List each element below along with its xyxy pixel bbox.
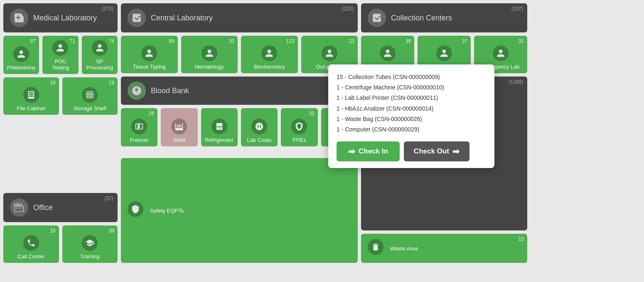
phlebotomy-label: Phlebotomy: [7, 64, 36, 71]
outpatient-center-icon: [322, 45, 337, 61]
central-lab-count: (225): [342, 6, 354, 12]
central-lab-row2: 26 Freezer Shelf Refrigerator: [121, 108, 358, 146]
collection-centers-icon: [368, 9, 386, 27]
biochemistry-tile[interactable]: 123 Biochemistry: [241, 36, 298, 73]
poc-count: 71: [69, 38, 75, 44]
popup-item-5: 1 - Waste Bag (CSN-000000026): [337, 114, 486, 124]
refrigerator-icon: [211, 119, 227, 134]
popup-actions: ➡ Check In Check Out ➡: [337, 141, 486, 161]
central-lab-row1: 59 Tissue Typing 20 Hematology 123 Bioch…: [121, 36, 358, 73]
poc-icon: [52, 40, 68, 56]
file-cabinet-label: File Cabinet: [17, 105, 45, 111]
safety-label: Safety EQPTs: [150, 208, 184, 214]
file-cabinet-icon: [23, 87, 39, 103]
call-center-count: 18: [50, 228, 55, 234]
checkin-label: Check In: [359, 147, 388, 156]
outpatient-cc-icon: [380, 45, 396, 61]
blood-bank-header: Blood Bank: [121, 77, 358, 105]
tissue-typing-tile[interactable]: 59 Tissue Typing: [121, 36, 178, 73]
medical-lab-title: Medical Laboratory: [33, 14, 97, 22]
refrigerator-tile[interactable]: Refrigerator: [201, 108, 238, 146]
collection-centers-count: (107): [511, 6, 523, 12]
sp-processing-tile[interactable]: 74 SP Processing: [82, 36, 118, 74]
ppes-tile[interactable]: 20 PPEs: [281, 108, 317, 146]
central-lab-title: Central Laboratory: [151, 14, 213, 22]
office-icon: [10, 198, 28, 217]
ppes-icon: [291, 119, 307, 134]
call-center-label: Call Center: [17, 253, 44, 260]
inpatient-cc-icon: [436, 45, 452, 61]
tissue-icon: [141, 45, 157, 61]
waste-area-tile[interactable]: 15 Waste Area: [361, 234, 527, 263]
office-tiles: 18 Call Center 39 Training: [3, 225, 118, 263]
waste-count: 15: [519, 236, 524, 242]
ppes-label: PPEs: [293, 137, 306, 143]
popup-item-2: 1 - Centrifuge Machine (CSN-000000010): [337, 82, 486, 93]
waste-icon: [368, 239, 383, 255]
freezer-tile[interactable]: 26 Freezer: [121, 108, 157, 146]
office-header: Office (57): [3, 193, 118, 222]
central-lab-header: Central Laboratory (225): [121, 3, 358, 32]
popup-item-4: 1 - HbA1c Analizer (CSN-000000014): [337, 104, 486, 114]
blood-bank-title: Blood Bank: [151, 87, 189, 95]
shelf-icon: [171, 119, 187, 134]
safety-tile[interactable]: 34 Safety EQPTs: [121, 158, 358, 263]
popup-item-6: 1 - Computer (CSN-000000029): [337, 124, 486, 135]
medical-lab-count: (270): [102, 6, 113, 12]
outpatient-cc-count: 39: [406, 38, 411, 44]
freezer-count: 26: [149, 111, 154, 116]
tissue-count: 59: [169, 38, 174, 44]
poc-label: POC Testing: [46, 58, 75, 71]
phlebotomy-tile[interactable]: 87 Phlebotomy: [3, 36, 39, 74]
medical-lab-row2: 19 File Cabinet 19 Storage Shelf: [3, 77, 118, 115]
popup-item-1: 15 - Collection Tubes (CSN-000000009): [337, 72, 486, 82]
call-center-tile[interactable]: 18 Call Center: [3, 225, 59, 263]
collection-centers-title: Collection Centers: [391, 14, 452, 22]
phlebotomy-count: 87: [30, 38, 36, 44]
emergency-lab-icon: [493, 45, 509, 61]
office-title: Office: [33, 203, 53, 212]
popup-item-3: 1 - Lab Label Printer (CSN-000000011): [337, 93, 486, 103]
popup-items-list: 15 - Collection Tubes (CSN-000000009) 1 …: [337, 72, 486, 135]
checkout-label: Check Out: [414, 147, 449, 156]
shelf-label: Shelf: [173, 137, 186, 143]
collection-centers-header: Collection Centers (107): [361, 3, 527, 32]
medical-lab-icon: [10, 9, 28, 27]
checkin-button[interactable]: ➡ Check In: [337, 141, 400, 161]
checkout-button[interactable]: Check Out ➡: [404, 141, 469, 161]
safety-icon: [128, 201, 143, 217]
freezer-icon: [131, 119, 147, 134]
storage-shelf-count: 19: [109, 80, 114, 86]
file-cabinet-tile[interactable]: 19 File Cabinet: [3, 77, 59, 115]
biochemistry-label: Biochemistry: [254, 64, 285, 70]
phlebotomy-icon: [13, 46, 29, 62]
big-section-count: (1200): [509, 79, 523, 85]
biochemistry-count: 123: [286, 38, 294, 44]
waste-label: Waste Area: [390, 245, 418, 252]
poc-testing-tile[interactable]: 71 POC Testing: [42, 36, 78, 74]
call-center-icon: [23, 235, 39, 251]
hematology-count: 20: [229, 38, 234, 44]
sp-count: 74: [109, 38, 114, 44]
blood-bank-icon: [128, 82, 146, 100]
ppes-count: 20: [309, 111, 314, 116]
lab-coats-label: Lab Coats: [247, 137, 272, 143]
tissue-label: Tissue Typing: [133, 64, 166, 70]
lab-coats-tile[interactable]: Lab Coats: [241, 108, 278, 146]
storage-shelf-tile[interactable]: 19 Storage Shelf: [62, 77, 118, 115]
training-tile[interactable]: 39 Training: [62, 225, 118, 263]
storage-shelf-icon: [82, 87, 98, 103]
office-count: (57): [105, 195, 113, 201]
hematology-label: Hematology: [195, 64, 224, 70]
file-cabinet-count: 19: [50, 80, 55, 86]
storage-shelf-label: Storage Shelf: [74, 105, 106, 111]
training-count: 39: [109, 228, 114, 234]
lab-coats-icon: [251, 119, 267, 134]
central-lab-icon: [128, 9, 146, 27]
emergency-lab-count: 31: [519, 38, 524, 44]
sp-label: SP Processing: [85, 58, 114, 71]
checkin-popup: 15 - Collection Tubes (CSN-000000009) 1 …: [328, 64, 494, 168]
shelf-tile[interactable]: Shelf: [161, 108, 197, 146]
hematology-tile[interactable]: 20 Hematology: [181, 36, 238, 73]
training-label: Training: [80, 253, 99, 260]
